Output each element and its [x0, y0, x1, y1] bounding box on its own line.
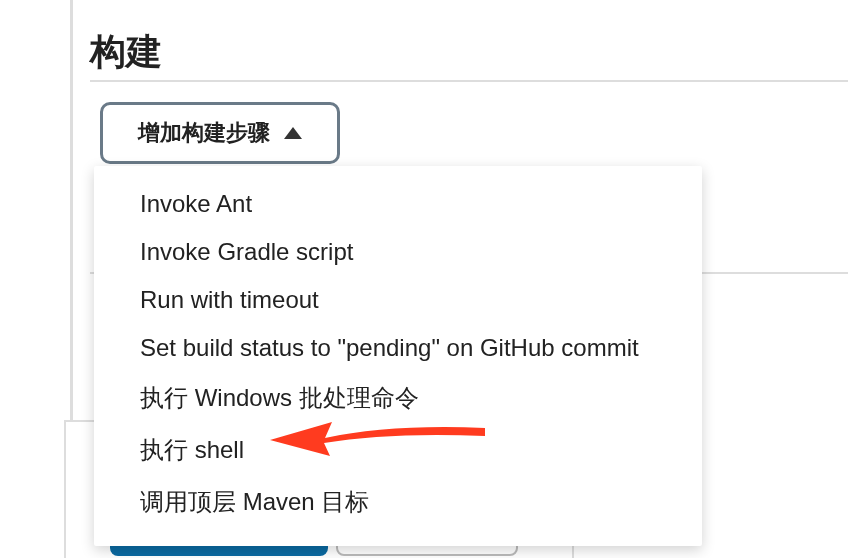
- section-heading: 构建: [90, 28, 162, 77]
- menu-item-windows-batch[interactable]: 执行 Windows 批处理命令: [94, 372, 702, 424]
- add-build-step-button[interactable]: 增加构建步骤: [100, 102, 340, 164]
- menu-item-invoke-ant[interactable]: Invoke Ant: [94, 180, 702, 228]
- menu-item-execute-shell[interactable]: 执行 shell: [94, 424, 702, 476]
- menu-item-maven-top[interactable]: 调用顶层 Maven 目标: [94, 476, 702, 528]
- menu-item-github-pending[interactable]: Set build status to "pending" on GitHub …: [94, 324, 702, 372]
- vertical-divider: [70, 0, 73, 420]
- chevron-up-icon: [284, 127, 302, 139]
- build-step-dropdown-menu: Invoke Ant Invoke Gradle script Run with…: [94, 166, 702, 546]
- menu-item-run-timeout[interactable]: Run with timeout: [94, 276, 702, 324]
- add-build-step-label: 增加构建步骤: [138, 118, 270, 148]
- section-rule: [90, 80, 848, 82]
- menu-item-invoke-gradle[interactable]: Invoke Gradle script: [94, 228, 702, 276]
